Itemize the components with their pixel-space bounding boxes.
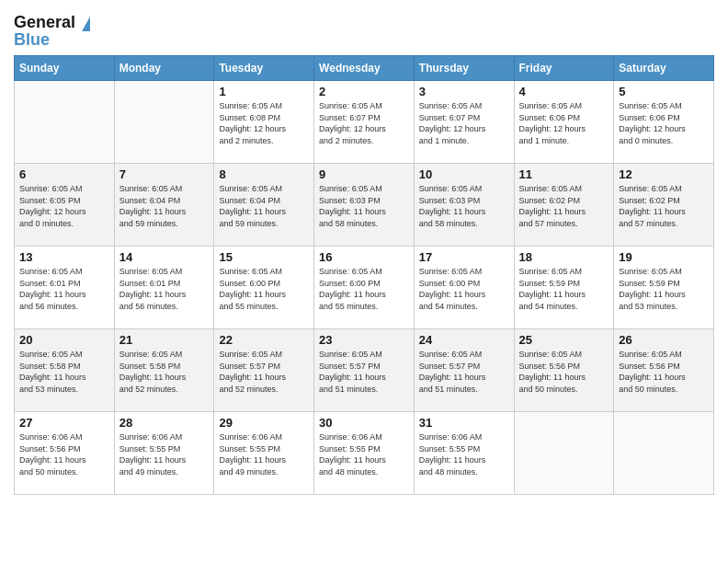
day-number: 16 bbox=[319, 250, 409, 264]
day-number: 20 bbox=[19, 333, 109, 347]
calendar-day-cell: 10Sunrise: 6:05 AM Sunset: 6:03 PM Dayli… bbox=[414, 164, 514, 247]
weekday-header-thursday: Thursday bbox=[414, 56, 514, 81]
day-number: 15 bbox=[219, 250, 309, 264]
day-info: Sunrise: 6:06 AM Sunset: 5:55 PM Dayligh… bbox=[119, 431, 210, 477]
calendar-day-cell: 21Sunrise: 6:05 AM Sunset: 5:58 PM Dayli… bbox=[114, 329, 214, 412]
day-info: Sunrise: 6:05 AM Sunset: 5:56 PM Dayligh… bbox=[619, 349, 709, 395]
calendar-week-row: 20Sunrise: 6:05 AM Sunset: 5:58 PM Dayli… bbox=[15, 329, 714, 412]
calendar-day-cell: 11Sunrise: 6:05 AM Sunset: 6:02 PM Dayli… bbox=[514, 164, 614, 247]
calendar-day-cell: 22Sunrise: 6:05 AM Sunset: 5:57 PM Dayli… bbox=[214, 329, 314, 412]
day-number: 2 bbox=[319, 85, 409, 98]
calendar-week-row: 6Sunrise: 6:05 AM Sunset: 6:05 PM Daylig… bbox=[15, 164, 714, 247]
day-number: 31 bbox=[419, 416, 509, 430]
day-info: Sunrise: 6:05 AM Sunset: 6:04 PM Dayligh… bbox=[219, 183, 309, 229]
day-number: 12 bbox=[619, 167, 709, 181]
calendar-day-cell: 23Sunrise: 6:05 AM Sunset: 5:57 PM Dayli… bbox=[314, 329, 415, 412]
calendar-day-cell: 27Sunrise: 6:06 AM Sunset: 5:56 PM Dayli… bbox=[15, 412, 115, 495]
day-info: Sunrise: 6:05 AM Sunset: 6:02 PM Dayligh… bbox=[619, 183, 709, 229]
calendar-day-cell: 3Sunrise: 6:05 AM Sunset: 6:07 PM Daylig… bbox=[414, 81, 514, 164]
calendar-header-row: SundayMondayTuesdayWednesdayThursdayFrid… bbox=[15, 56, 714, 81]
day-number: 6 bbox=[19, 167, 109, 181]
day-info: Sunrise: 6:05 AM Sunset: 5:59 PM Dayligh… bbox=[519, 266, 609, 312]
day-info: Sunrise: 6:05 AM Sunset: 6:07 PM Dayligh… bbox=[319, 100, 409, 146]
day-number: 4 bbox=[519, 85, 609, 98]
calendar-day-cell: 24Sunrise: 6:05 AM Sunset: 5:57 PM Dayli… bbox=[414, 329, 514, 412]
day-number: 17 bbox=[419, 250, 509, 264]
day-info: Sunrise: 6:05 AM Sunset: 6:02 PM Dayligh… bbox=[519, 183, 609, 229]
calendar-day-cell: 15Sunrise: 6:05 AM Sunset: 6:00 PM Dayli… bbox=[214, 247, 314, 329]
day-number: 8 bbox=[219, 167, 309, 181]
day-number: 19 bbox=[619, 250, 709, 264]
day-info: Sunrise: 6:05 AM Sunset: 5:57 PM Dayligh… bbox=[419, 349, 509, 395]
calendar-day-cell: 13Sunrise: 6:05 AM Sunset: 6:01 PM Dayli… bbox=[15, 247, 115, 329]
calendar-day-cell: 20Sunrise: 6:05 AM Sunset: 5:58 PM Dayli… bbox=[15, 329, 115, 412]
calendar-week-row: 1Sunrise: 6:05 AM Sunset: 6:08 PM Daylig… bbox=[15, 81, 714, 164]
day-info: Sunrise: 6:05 AM Sunset: 6:03 PM Dayligh… bbox=[419, 183, 509, 229]
logo-blue-text: Blue bbox=[14, 31, 50, 48]
weekday-header-saturday: Saturday bbox=[614, 56, 714, 81]
calendar-day-cell: 14Sunrise: 6:05 AM Sunset: 6:01 PM Dayli… bbox=[114, 247, 214, 329]
weekday-header-friday: Friday bbox=[514, 56, 614, 81]
day-number: 18 bbox=[519, 250, 609, 264]
day-number: 1 bbox=[219, 85, 309, 98]
day-info: Sunrise: 6:05 AM Sunset: 6:03 PM Dayligh… bbox=[319, 183, 409, 229]
day-number: 11 bbox=[519, 167, 609, 181]
calendar-week-row: 27Sunrise: 6:06 AM Sunset: 5:56 PM Dayli… bbox=[15, 412, 714, 495]
header: General Blue bbox=[14, 14, 714, 48]
calendar-day-cell bbox=[614, 412, 714, 495]
logo-arrow-icon bbox=[82, 17, 90, 31]
day-info: Sunrise: 6:05 AM Sunset: 5:58 PM Dayligh… bbox=[19, 349, 109, 395]
day-info: Sunrise: 6:05 AM Sunset: 6:00 PM Dayligh… bbox=[419, 266, 509, 312]
day-info: Sunrise: 6:06 AM Sunset: 5:55 PM Dayligh… bbox=[419, 431, 509, 477]
day-number: 26 bbox=[619, 333, 709, 347]
day-number: 30 bbox=[319, 416, 409, 430]
day-number: 24 bbox=[419, 333, 509, 347]
calendar-day-cell: 2Sunrise: 6:05 AM Sunset: 6:07 PM Daylig… bbox=[314, 81, 415, 164]
day-info: Sunrise: 6:05 AM Sunset: 6:06 PM Dayligh… bbox=[519, 100, 609, 146]
day-info: Sunrise: 6:05 AM Sunset: 5:58 PM Dayligh… bbox=[119, 349, 210, 395]
calendar-day-cell: 26Sunrise: 6:05 AM Sunset: 5:56 PM Dayli… bbox=[614, 329, 714, 412]
calendar-day-cell: 18Sunrise: 6:05 AM Sunset: 5:59 PM Dayli… bbox=[514, 247, 614, 329]
weekday-header-wednesday: Wednesday bbox=[314, 56, 415, 81]
calendar-day-cell: 30Sunrise: 6:06 AM Sunset: 5:55 PM Dayli… bbox=[314, 412, 415, 495]
weekday-header-sunday: Sunday bbox=[15, 56, 115, 81]
day-info: Sunrise: 6:06 AM Sunset: 5:55 PM Dayligh… bbox=[219, 431, 309, 477]
day-info: Sunrise: 6:06 AM Sunset: 5:55 PM Dayligh… bbox=[319, 431, 409, 477]
calendar-day-cell bbox=[114, 81, 214, 164]
calendar-day-cell: 1Sunrise: 6:05 AM Sunset: 6:08 PM Daylig… bbox=[214, 81, 314, 164]
calendar-day-cell: 9Sunrise: 6:05 AM Sunset: 6:03 PM Daylig… bbox=[314, 164, 415, 247]
day-info: Sunrise: 6:05 AM Sunset: 6:07 PM Dayligh… bbox=[419, 100, 509, 146]
calendar-day-cell: 16Sunrise: 6:05 AM Sunset: 6:00 PM Dayli… bbox=[314, 247, 415, 329]
calendar-day-cell: 25Sunrise: 6:05 AM Sunset: 5:56 PM Dayli… bbox=[514, 329, 614, 412]
day-number: 9 bbox=[319, 167, 409, 181]
day-info: Sunrise: 6:05 AM Sunset: 5:57 PM Dayligh… bbox=[319, 349, 409, 395]
day-number: 23 bbox=[319, 333, 409, 347]
day-info: Sunrise: 6:05 AM Sunset: 6:05 PM Dayligh… bbox=[19, 183, 109, 229]
calendar-day-cell: 29Sunrise: 6:06 AM Sunset: 5:55 PM Dayli… bbox=[214, 412, 314, 495]
calendar-day-cell: 8Sunrise: 6:05 AM Sunset: 6:04 PM Daylig… bbox=[214, 164, 314, 247]
day-info: Sunrise: 6:05 AM Sunset: 6:08 PM Dayligh… bbox=[219, 100, 309, 146]
calendar-day-cell: 6Sunrise: 6:05 AM Sunset: 6:05 PM Daylig… bbox=[15, 164, 115, 247]
weekday-header-tuesday: Tuesday bbox=[214, 56, 314, 81]
calendar-table: SundayMondayTuesdayWednesdayThursdayFrid… bbox=[14, 55, 714, 495]
day-number: 25 bbox=[519, 333, 609, 347]
calendar-day-cell: 31Sunrise: 6:06 AM Sunset: 5:55 PM Dayli… bbox=[414, 412, 514, 495]
day-info: Sunrise: 6:05 AM Sunset: 6:01 PM Dayligh… bbox=[119, 266, 210, 312]
calendar-day-cell bbox=[514, 412, 614, 495]
calendar-day-cell bbox=[15, 81, 115, 164]
weekday-header-monday: Monday bbox=[114, 56, 214, 81]
calendar-day-cell: 17Sunrise: 6:05 AM Sunset: 6:00 PM Dayli… bbox=[414, 247, 514, 329]
day-number: 22 bbox=[219, 333, 309, 347]
day-info: Sunrise: 6:05 AM Sunset: 6:06 PM Dayligh… bbox=[619, 100, 709, 146]
day-number: 10 bbox=[419, 167, 509, 181]
calendar-day-cell: 7Sunrise: 6:05 AM Sunset: 6:04 PM Daylig… bbox=[114, 164, 214, 247]
day-number: 5 bbox=[619, 85, 709, 98]
day-info: Sunrise: 6:05 AM Sunset: 5:57 PM Dayligh… bbox=[219, 349, 309, 395]
day-info: Sunrise: 6:05 AM Sunset: 6:04 PM Dayligh… bbox=[119, 183, 210, 229]
calendar-day-cell: 28Sunrise: 6:06 AM Sunset: 5:55 PM Dayli… bbox=[114, 412, 214, 495]
day-info: Sunrise: 6:05 AM Sunset: 6:01 PM Dayligh… bbox=[19, 266, 109, 312]
calendar-week-row: 13Sunrise: 6:05 AM Sunset: 6:01 PM Dayli… bbox=[15, 247, 714, 329]
day-info: Sunrise: 6:05 AM Sunset: 5:59 PM Dayligh… bbox=[619, 266, 709, 312]
day-info: Sunrise: 6:05 AM Sunset: 5:56 PM Dayligh… bbox=[519, 349, 609, 395]
day-info: Sunrise: 6:05 AM Sunset: 6:00 PM Dayligh… bbox=[219, 266, 309, 312]
